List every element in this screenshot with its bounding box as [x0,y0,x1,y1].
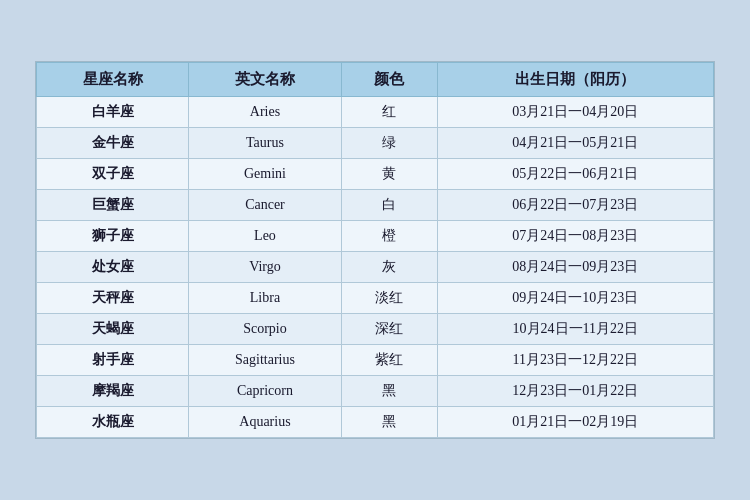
cell-date: 03月21日一04月20日 [437,97,713,128]
cell-english-name: Taurus [189,128,341,159]
cell-english-name: Aries [189,97,341,128]
cell-chinese-name: 金牛座 [37,128,189,159]
header-color: 颜色 [341,63,437,97]
cell-english-name: Sagittarius [189,345,341,376]
zodiac-table-container: 星座名称 英文名称 颜色 出生日期（阳历） 白羊座Aries红03月21日一04… [35,61,715,439]
table-body: 白羊座Aries红03月21日一04月20日金牛座Taurus绿04月21日一0… [37,97,714,438]
cell-chinese-name: 巨蟹座 [37,190,189,221]
cell-color: 深红 [341,314,437,345]
cell-color: 黑 [341,376,437,407]
header-english-name: 英文名称 [189,63,341,97]
table-row: 摩羯座Capricorn黑12月23日一01月22日 [37,376,714,407]
cell-color: 红 [341,97,437,128]
cell-english-name: Cancer [189,190,341,221]
zodiac-table: 星座名称 英文名称 颜色 出生日期（阳历） 白羊座Aries红03月21日一04… [36,62,714,438]
table-row: 狮子座Leo橙07月24日一08月23日 [37,221,714,252]
cell-color: 紫红 [341,345,437,376]
cell-date: 06月22日一07月23日 [437,190,713,221]
cell-color: 黑 [341,407,437,438]
cell-date: 12月23日一01月22日 [437,376,713,407]
cell-date: 01月21日一02月19日 [437,407,713,438]
table-row: 处女座Virgo灰08月24日一09月23日 [37,252,714,283]
cell-date: 09月24日一10月23日 [437,283,713,314]
cell-date: 11月23日一12月22日 [437,345,713,376]
cell-date: 07月24日一08月23日 [437,221,713,252]
cell-color: 黄 [341,159,437,190]
cell-chinese-name: 射手座 [37,345,189,376]
table-row: 射手座Sagittarius紫红11月23日一12月22日 [37,345,714,376]
cell-chinese-name: 天蝎座 [37,314,189,345]
cell-color: 白 [341,190,437,221]
table-row: 水瓶座Aquarius黑01月21日一02月19日 [37,407,714,438]
table-row: 巨蟹座Cancer白06月22日一07月23日 [37,190,714,221]
cell-color: 绿 [341,128,437,159]
table-row: 天蝎座Scorpio深红10月24日一11月22日 [37,314,714,345]
header-chinese-name: 星座名称 [37,63,189,97]
cell-chinese-name: 双子座 [37,159,189,190]
cell-color: 淡红 [341,283,437,314]
cell-color: 灰 [341,252,437,283]
table-row: 白羊座Aries红03月21日一04月20日 [37,97,714,128]
table-row: 金牛座Taurus绿04月21日一05月21日 [37,128,714,159]
header-date: 出生日期（阳历） [437,63,713,97]
cell-color: 橙 [341,221,437,252]
cell-chinese-name: 摩羯座 [37,376,189,407]
cell-english-name: Virgo [189,252,341,283]
cell-chinese-name: 水瓶座 [37,407,189,438]
cell-english-name: Aquarius [189,407,341,438]
cell-english-name: Scorpio [189,314,341,345]
cell-date: 04月21日一05月21日 [437,128,713,159]
cell-date: 08月24日一09月23日 [437,252,713,283]
cell-date: 05月22日一06月21日 [437,159,713,190]
cell-english-name: Gemini [189,159,341,190]
cell-english-name: Libra [189,283,341,314]
cell-english-name: Leo [189,221,341,252]
cell-chinese-name: 处女座 [37,252,189,283]
cell-chinese-name: 白羊座 [37,97,189,128]
table-row: 天秤座Libra淡红09月24日一10月23日 [37,283,714,314]
cell-date: 10月24日一11月22日 [437,314,713,345]
table-row: 双子座Gemini黄05月22日一06月21日 [37,159,714,190]
cell-chinese-name: 狮子座 [37,221,189,252]
cell-english-name: Capricorn [189,376,341,407]
cell-chinese-name: 天秤座 [37,283,189,314]
table-header-row: 星座名称 英文名称 颜色 出生日期（阳历） [37,63,714,97]
